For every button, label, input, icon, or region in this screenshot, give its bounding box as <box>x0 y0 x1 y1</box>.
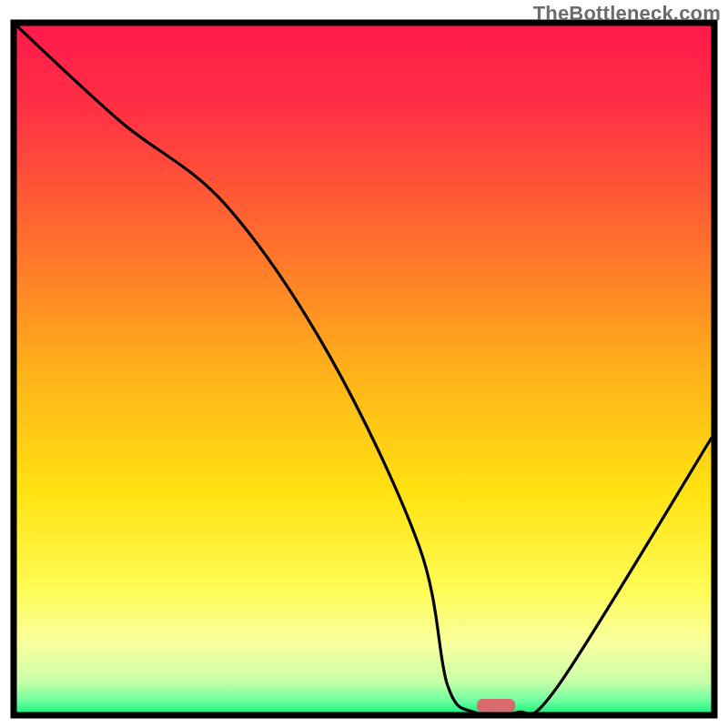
bottleneck-chart <box>0 0 728 728</box>
watermark-text: TheBottleneck.com <box>533 2 721 25</box>
target-marker <box>477 699 515 713</box>
chart-container: TheBottleneck.com <box>0 0 728 728</box>
